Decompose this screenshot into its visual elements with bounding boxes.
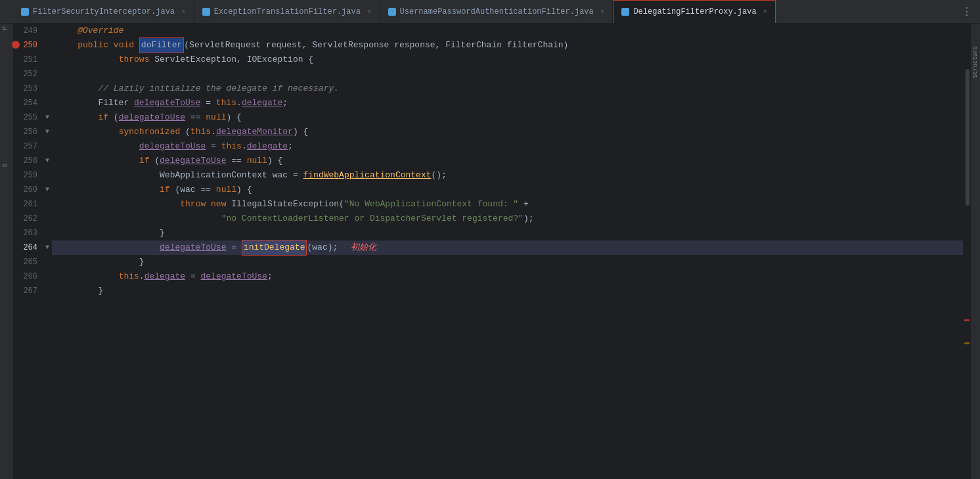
java-file-icon-3	[388, 8, 396, 16]
fold-256[interactable]: ▼	[43, 125, 52, 139]
fold-253	[43, 81, 52, 96]
code-line-267: }	[52, 284, 963, 298]
fold-254	[43, 96, 52, 110]
line-259: 259	[13, 168, 37, 183]
line-262: 262	[13, 212, 37, 226]
line-249: 249	[13, 24, 37, 38]
fold-257	[43, 139, 52, 154]
fold-250	[43, 38, 52, 53]
tab-label-4: DelegatingFilterProxy.java	[633, 7, 756, 16]
code-line-262: "no ContextLoaderListener or DispatcherS…	[52, 212, 963, 226]
line-257: 257	[13, 139, 37, 154]
left-sidebar: P S	[0, 24, 13, 479]
tab-close-2[interactable]: ×	[367, 8, 372, 16]
tab-label: FilterSecurityInterceptor.java	[33, 7, 175, 16]
code-line-263: }	[52, 226, 963, 240]
line-264: 264	[13, 240, 37, 255]
java-file-icon-2	[202, 8, 210, 16]
tab-label-3: UsernamePasswordAuthenticationFilter.jav…	[400, 7, 594, 16]
line-253: 253	[13, 81, 37, 96]
scrollbar-error-marker	[964, 319, 969, 321]
fold-259	[43, 168, 52, 183]
scrollbar-thumb	[966, 69, 969, 206]
gutter-area: 249 250 251 252 253 254 255 256 257 258 …	[13, 24, 52, 479]
editor-container: P S Reader Mode ✓ 249 250 251 252 253 25…	[0, 24, 980, 479]
fold-252	[43, 67, 52, 81]
fold-gutter: ▼ ▼ ▼ ▼ ▼	[43, 24, 52, 479]
line-254: 254	[13, 96, 37, 110]
code-line-251: throws ServletException, IOException {	[52, 53, 963, 67]
code-line-260: if (wac == null) {	[52, 183, 963, 197]
code-line-256: synchronized (this.delegateMonitor) {	[52, 125, 963, 139]
code-area[interactable]: @Override public void doFilter(ServletRe…	[52, 24, 963, 479]
fold-265	[43, 255, 52, 269]
tab-bar: FilterSecurityInterceptor.java × Excepti…	[0, 0, 980, 24]
line-256: 256	[13, 125, 37, 139]
tab-close-3[interactable]: ×	[600, 8, 605, 16]
breakpoint-250	[12, 41, 20, 49]
fold-266	[43, 269, 52, 284]
structure-label[interactable]: Structure	[972, 46, 979, 78]
right-scrollbar[interactable]	[963, 24, 971, 479]
fold-264[interactable]: ▼	[43, 240, 52, 255]
code-line-258: if (delegateToUse == null) {	[52, 154, 963, 168]
line-250: 250	[13, 38, 37, 53]
code-line-264: delegateToUse = initDelegate(wac); 初始化	[52, 240, 963, 255]
code-line-255: if (delegateToUse == null) {	[52, 110, 963, 125]
fold-262	[43, 212, 52, 226]
tab-close-4[interactable]: ×	[763, 8, 768, 16]
line-267: 267	[13, 284, 37, 298]
code-line-261: throw new IllegalStateException("No WebA…	[52, 197, 963, 212]
fold-255[interactable]: ▼	[43, 110, 52, 125]
dofilter-highlight: doFilter	[139, 37, 184, 53]
code-line-250: public void doFilter(ServletRequest requ…	[52, 38, 963, 53]
tab-username-password[interactable]: UsernamePasswordAuthenticationFilter.jav…	[380, 0, 613, 23]
code-line-257: delegateToUse = this.delegate;	[52, 139, 963, 154]
line-numbers: 249 250 251 252 253 254 255 256 257 258 …	[13, 24, 43, 479]
line-252: 252	[13, 67, 37, 81]
code-line-265: }	[52, 255, 963, 269]
fold-251	[43, 53, 52, 67]
line-260: 260	[13, 183, 37, 197]
code-line-253: // Lazily initialize the delegate if nec…	[52, 81, 963, 96]
code-line-252	[52, 67, 963, 81]
line-251: 251	[13, 53, 37, 67]
fold-267	[43, 284, 52, 298]
line-263: 263	[13, 226, 37, 240]
line-265: 265	[13, 255, 37, 269]
fold-249	[43, 24, 52, 38]
line-261: 261	[13, 197, 37, 212]
code-line-249: @Override	[52, 24, 963, 38]
code-line-254: Filter delegateToUse = this.delegate;	[52, 96, 963, 110]
tab-delegating-filter-proxy[interactable]: DelegatingFilterProxy.java ×	[613, 0, 776, 23]
initdelegate-highlight: initDelegate	[242, 240, 307, 256]
more-tabs-button[interactable]: ⋮	[954, 5, 980, 18]
fold-261	[43, 197, 52, 212]
line-258: 258	[13, 154, 37, 168]
code-line-259: WebApplicationContext wac = findWebAppli…	[52, 168, 963, 183]
java-file-icon-4	[621, 8, 629, 16]
right-structure-panel: Structure	[971, 24, 980, 479]
fold-260[interactable]: ▼	[43, 183, 52, 197]
project-icon[interactable]: P	[2, 26, 11, 30]
tab-close-1[interactable]: ×	[181, 8, 186, 16]
fold-263	[43, 226, 52, 240]
scrollbar-warning-marker	[964, 342, 969, 344]
chinese-annotation: 初始化	[351, 240, 376, 255]
java-file-icon	[21, 8, 29, 16]
line-255: 255	[13, 110, 37, 125]
line-266: 266	[13, 269, 37, 284]
tab-filter-security[interactable]: FilterSecurityInterceptor.java ×	[13, 0, 194, 23]
code-line-266: this.delegate = delegateToUse;	[52, 269, 963, 284]
fold-258[interactable]: ▼	[43, 154, 52, 168]
tab-exception-translation[interactable]: ExceptionTranslationFilter.java ×	[194, 0, 380, 23]
tab-label-2: ExceptionTranslationFilter.java	[214, 7, 361, 16]
structure-icon[interactable]: S	[2, 164, 11, 167]
